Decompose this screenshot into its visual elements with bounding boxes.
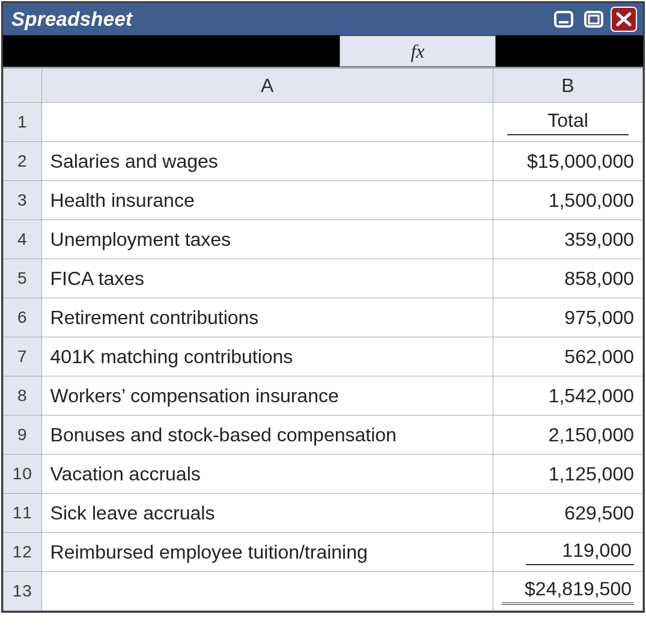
cell-A4[interactable]: Unemployment taxes	[41, 220, 493, 259]
column-header-A[interactable]: A	[41, 68, 493, 103]
row-header-5[interactable]: 5	[4, 259, 42, 298]
row-5: 5 FICA taxes 858,000	[4, 259, 643, 298]
window-title: Spreadsheet	[11, 8, 550, 31]
cell-B7[interactable]: 562,000	[493, 337, 643, 376]
minimize-icon	[553, 10, 574, 28]
cell-A8[interactable]: Workers’ compensation insurance	[41, 376, 493, 416]
cell-B4[interactable]: 359,000	[493, 220, 643, 259]
row-12: 12 Reimbursed employee tuition/training …	[4, 533, 643, 572]
cell-A2[interactable]: Salaries and wages	[41, 142, 493, 181]
row-header-12[interactable]: 12	[4, 533, 42, 572]
window-controls	[550, 7, 637, 32]
cell-B6[interactable]: 975,000	[493, 298, 643, 337]
row-6: 6 Retirement contributions 975,000	[4, 298, 643, 337]
name-box-area[interactable]	[3, 35, 340, 67]
titlebar[interactable]: Spreadsheet	[3, 3, 643, 35]
row-13: 13 $24,819,500	[4, 572, 643, 611]
fx-label: fx	[410, 40, 424, 63]
cell-B13-value: $24,819,500	[502, 578, 634, 605]
cell-A6[interactable]: Retirement contributions	[41, 298, 493, 337]
row-8: 8 Workers’ compensation insurance 1,542,…	[4, 376, 643, 416]
cell-A9[interactable]: Bonuses and stock-based compensation	[41, 416, 493, 455]
row-4: 4 Unemployment taxes 359,000	[4, 220, 643, 259]
row-header-11[interactable]: 11	[4, 494, 42, 533]
minimize-button[interactable]	[550, 7, 577, 32]
cell-B1[interactable]: Total	[493, 103, 643, 142]
row-header-7[interactable]: 7	[4, 337, 42, 376]
cell-A5[interactable]: FICA taxes	[41, 259, 493, 298]
cell-B12[interactable]: 119,000	[493, 533, 643, 572]
spreadsheet-window: Spreadsheet	[1, 1, 645, 613]
svg-rect-3	[589, 16, 599, 23]
cell-A12[interactable]: Reimbursed employee tuition/training	[41, 533, 493, 572]
cell-B3[interactable]: 1,500,000	[493, 181, 643, 220]
close-icon	[615, 11, 632, 27]
formula-input-area[interactable]	[496, 35, 643, 67]
column-header-row: A B	[4, 68, 643, 103]
row-header-10[interactable]: 10	[4, 455, 42, 494]
spreadsheet-grid: A B 1 Total 2 Salaries and wages $15,000…	[3, 67, 643, 611]
row-9: 9 Bonuses and stock-based compensation 2…	[4, 416, 643, 455]
cell-B1-value: Total	[507, 109, 629, 135]
cell-B13[interactable]: $24,819,500	[493, 572, 643, 611]
formula-bar: fx	[3, 35, 643, 67]
row-header-1[interactable]: 1	[4, 103, 42, 142]
close-button[interactable]	[611, 7, 637, 32]
svg-rect-1	[559, 21, 568, 23]
row-header-4[interactable]: 4	[4, 220, 42, 259]
row-3: 3 Health insurance 1,500,000	[4, 181, 643, 220]
select-all-corner[interactable]	[4, 68, 42, 103]
cell-B8[interactable]: 1,542,000	[493, 376, 643, 416]
cell-A11[interactable]: Sick leave accruals	[41, 494, 493, 533]
row-7: 7 401K matching contributions 562,000	[4, 337, 643, 376]
cell-A13[interactable]	[41, 572, 493, 611]
cell-B5[interactable]: 858,000	[493, 259, 643, 298]
row-header-8[interactable]: 8	[4, 376, 42, 416]
row-header-2[interactable]: 2	[4, 142, 42, 181]
cell-A10[interactable]: Vacation accruals	[41, 455, 493, 494]
maximize-button[interactable]	[580, 7, 607, 32]
row-10: 10 Vacation accruals 1,125,000	[4, 455, 643, 494]
row-11: 11 Sick leave accruals 629,500	[4, 494, 643, 533]
cell-A3[interactable]: Health insurance	[41, 181, 493, 220]
cell-B9[interactable]: 2,150,000	[493, 416, 643, 455]
row-header-6[interactable]: 6	[4, 298, 42, 337]
cell-B10[interactable]: 1,125,000	[493, 455, 643, 494]
svg-rect-0	[555, 12, 572, 26]
cell-B12-value: 119,000	[526, 539, 634, 565]
maximize-icon	[584, 10, 604, 28]
column-header-B[interactable]: B	[493, 68, 643, 103]
row-1: 1 Total	[4, 103, 643, 142]
fx-button[interactable]: fx	[340, 35, 496, 67]
cell-B11[interactable]: 629,500	[493, 494, 643, 533]
row-header-13[interactable]: 13	[4, 572, 42, 611]
row-2: 2 Salaries and wages $15,000,000	[4, 142, 643, 181]
cell-B2[interactable]: $15,000,000	[493, 142, 643, 181]
row-header-3[interactable]: 3	[4, 181, 42, 220]
row-header-9[interactable]: 9	[4, 416, 42, 455]
cell-A1[interactable]	[41, 103, 493, 142]
cell-A7[interactable]: 401K matching contributions	[41, 337, 493, 376]
